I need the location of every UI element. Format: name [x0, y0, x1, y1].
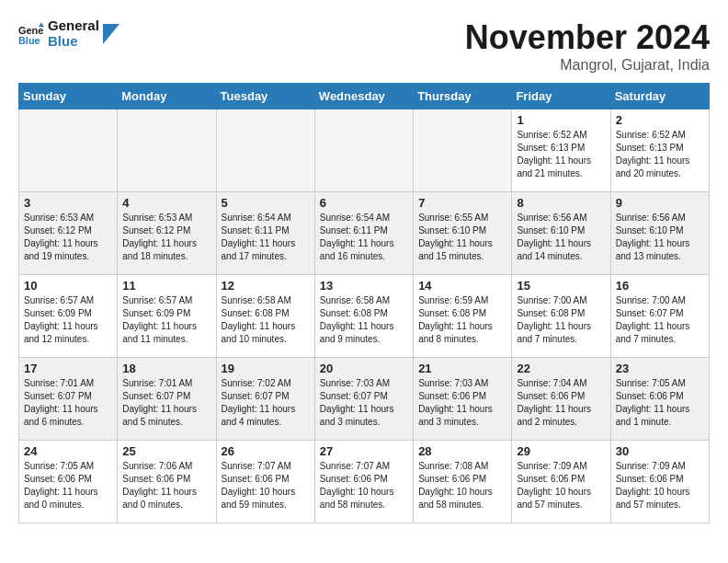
- day-number: 20: [320, 362, 408, 375]
- logo-general: General: [48, 18, 99, 34]
- day-number: 5: [222, 196, 310, 210]
- day-number: 17: [24, 362, 112, 375]
- day-number: 19: [222, 362, 310, 375]
- svg-marker-3: [103, 24, 119, 44]
- svg-text:Blue: Blue: [18, 34, 40, 45]
- calendar-cell: 11Sunrise: 6:57 AMSunset: 6:09 PMDayligh…: [118, 275, 216, 358]
- day-info: Sunrise: 7:03 AMSunset: 6:06 PMDaylight:…: [418, 377, 506, 429]
- location: Mangrol, Gujarat, India: [465, 57, 710, 74]
- day-number: 29: [517, 444, 605, 458]
- calendar-header-row: SundayMondayTuesdayWednesdayThursdayFrid…: [19, 84, 710, 109]
- day-number: 26: [222, 444, 310, 458]
- day-number: 21: [418, 362, 506, 375]
- day-info: Sunrise: 6:58 AMSunset: 6:08 PMDaylight:…: [222, 294, 310, 346]
- day-number: 13: [320, 279, 408, 293]
- month-title: November 2024: [465, 18, 710, 57]
- calendar-cell: 13Sunrise: 6:58 AMSunset: 6:08 PMDayligh…: [314, 275, 413, 358]
- day-info: Sunrise: 6:52 AMSunset: 6:13 PMDaylight:…: [517, 129, 605, 180]
- day-number: 9: [616, 196, 704, 210]
- day-number: 16: [616, 279, 704, 293]
- day-number: 14: [418, 279, 506, 293]
- calendar-table: SundayMondayTuesdayWednesdayThursdayFrid…: [18, 83, 710, 523]
- calendar-cell: 24Sunrise: 7:05 AMSunset: 6:06 PMDayligh…: [19, 441, 118, 523]
- calendar-cell: 10Sunrise: 6:57 AMSunset: 6:09 PMDayligh…: [19, 275, 118, 358]
- day-number: 4: [122, 196, 210, 210]
- logo-blue: Blue: [48, 34, 99, 50]
- day-info: Sunrise: 7:06 AMSunset: 6:06 PMDaylight:…: [122, 460, 210, 511]
- calendar-cell: 23Sunrise: 7:05 AMSunset: 6:06 PMDayligh…: [610, 358, 709, 441]
- day-info: Sunrise: 6:55 AMSunset: 6:10 PMDaylight:…: [418, 212, 506, 263]
- day-number: 18: [122, 362, 210, 375]
- day-info: Sunrise: 6:54 AMSunset: 6:11 PMDaylight:…: [222, 212, 310, 263]
- calendar-cell: 17Sunrise: 7:01 AMSunset: 6:07 PMDayligh…: [19, 358, 118, 441]
- day-info: Sunrise: 7:03 AMSunset: 6:07 PMDaylight:…: [320, 377, 408, 429]
- calendar-cell: 9Sunrise: 6:56 AMSunset: 6:10 PMDaylight…: [610, 192, 709, 275]
- day-number: 3: [24, 196, 112, 210]
- calendar-cell: 22Sunrise: 7:04 AMSunset: 6:06 PMDayligh…: [512, 358, 610, 441]
- day-number: 28: [418, 444, 506, 458]
- day-number: 24: [24, 444, 112, 458]
- title-block: November 2024 Mangrol, Gujarat, India: [465, 18, 710, 74]
- day-info: Sunrise: 6:59 AMSunset: 6:08 PMDaylight:…: [418, 294, 506, 346]
- calendar-cell: [118, 109, 216, 192]
- day-number: 12: [222, 279, 310, 293]
- day-number: 11: [122, 279, 210, 293]
- day-number: 7: [418, 196, 506, 210]
- day-info: Sunrise: 7:00 AMSunset: 6:08 PMDaylight:…: [517, 294, 605, 346]
- day-header-friday: Friday: [512, 84, 610, 109]
- day-number: 27: [320, 444, 408, 458]
- day-info: Sunrise: 6:53 AMSunset: 6:12 PMDaylight:…: [24, 212, 112, 263]
- calendar-cell: 7Sunrise: 6:55 AMSunset: 6:10 PMDaylight…: [414, 192, 512, 275]
- day-info: Sunrise: 6:57 AMSunset: 6:09 PMDaylight:…: [122, 294, 210, 346]
- day-info: Sunrise: 7:07 AMSunset: 6:06 PMDaylight:…: [222, 460, 310, 511]
- day-info: Sunrise: 7:07 AMSunset: 6:06 PMDaylight:…: [320, 460, 408, 511]
- calendar-cell: [19, 109, 118, 192]
- calendar-week-2: 3Sunrise: 6:53 AMSunset: 6:12 PMDaylight…: [19, 192, 710, 275]
- calendar-cell: 15Sunrise: 7:00 AMSunset: 6:08 PMDayligh…: [512, 275, 610, 358]
- logo-triangle-icon: [103, 24, 119, 44]
- calendar-cell: [314, 109, 413, 192]
- day-number: 23: [616, 362, 704, 375]
- page-header: General Blue General Blue November 2024 …: [18, 18, 710, 74]
- calendar-cell: 27Sunrise: 7:07 AMSunset: 6:06 PMDayligh…: [314, 441, 413, 523]
- day-header-saturday: Saturday: [610, 84, 709, 109]
- calendar-cell: 2Sunrise: 6:52 AMSunset: 6:13 PMDaylight…: [610, 109, 709, 192]
- day-info: Sunrise: 7:00 AMSunset: 6:07 PMDaylight:…: [616, 294, 704, 346]
- calendar-week-1: 1Sunrise: 6:52 AMSunset: 6:13 PMDaylight…: [19, 109, 710, 192]
- calendar-cell: 25Sunrise: 7:06 AMSunset: 6:06 PMDayligh…: [118, 441, 216, 523]
- day-info: Sunrise: 7:09 AMSunset: 6:06 PMDaylight:…: [517, 460, 605, 511]
- day-header-tuesday: Tuesday: [216, 84, 314, 109]
- day-number: 25: [122, 444, 210, 458]
- day-number: 15: [517, 279, 605, 293]
- calendar-cell: 12Sunrise: 6:58 AMSunset: 6:08 PMDayligh…: [216, 275, 314, 358]
- calendar-cell: 26Sunrise: 7:07 AMSunset: 6:06 PMDayligh…: [216, 441, 314, 523]
- calendar-cell: 1Sunrise: 6:52 AMSunset: 6:13 PMDaylight…: [512, 109, 610, 192]
- day-number: 6: [320, 196, 408, 210]
- day-info: Sunrise: 7:08 AMSunset: 6:06 PMDaylight:…: [418, 460, 506, 511]
- calendar-cell: 8Sunrise: 6:56 AMSunset: 6:10 PMDaylight…: [512, 192, 610, 275]
- day-info: Sunrise: 7:01 AMSunset: 6:07 PMDaylight:…: [24, 377, 112, 429]
- day-info: Sunrise: 6:58 AMSunset: 6:08 PMDaylight:…: [320, 294, 408, 346]
- calendar-cell: 20Sunrise: 7:03 AMSunset: 6:07 PMDayligh…: [314, 358, 413, 441]
- day-header-sunday: Sunday: [19, 84, 118, 109]
- day-info: Sunrise: 6:56 AMSunset: 6:10 PMDaylight:…: [517, 212, 605, 263]
- day-header-monday: Monday: [118, 84, 216, 109]
- calendar-cell: 18Sunrise: 7:01 AMSunset: 6:07 PMDayligh…: [118, 358, 216, 441]
- day-header-thursday: Thursday: [414, 84, 512, 109]
- day-info: Sunrise: 6:57 AMSunset: 6:09 PMDaylight:…: [24, 294, 112, 346]
- calendar-cell: 14Sunrise: 6:59 AMSunset: 6:08 PMDayligh…: [414, 275, 512, 358]
- day-number: 8: [517, 196, 605, 210]
- day-info: Sunrise: 7:05 AMSunset: 6:06 PMDaylight:…: [616, 377, 704, 429]
- day-info: Sunrise: 7:02 AMSunset: 6:07 PMDaylight:…: [222, 377, 310, 429]
- calendar-cell: [414, 109, 512, 192]
- day-info: Sunrise: 6:52 AMSunset: 6:13 PMDaylight:…: [616, 129, 704, 180]
- day-info: Sunrise: 6:56 AMSunset: 6:10 PMDaylight:…: [616, 212, 704, 263]
- calendar-week-5: 24Sunrise: 7:05 AMSunset: 6:06 PMDayligh…: [19, 441, 710, 523]
- day-info: Sunrise: 7:09 AMSunset: 6:06 PMDaylight:…: [616, 460, 704, 511]
- day-info: Sunrise: 7:04 AMSunset: 6:06 PMDaylight:…: [517, 377, 605, 429]
- day-number: 30: [616, 444, 704, 458]
- calendar-cell: 6Sunrise: 6:54 AMSunset: 6:11 PMDaylight…: [314, 192, 413, 275]
- logo: General Blue General Blue: [18, 18, 119, 49]
- calendar-cell: [216, 109, 314, 192]
- calendar-week-4: 17Sunrise: 7:01 AMSunset: 6:07 PMDayligh…: [19, 358, 710, 441]
